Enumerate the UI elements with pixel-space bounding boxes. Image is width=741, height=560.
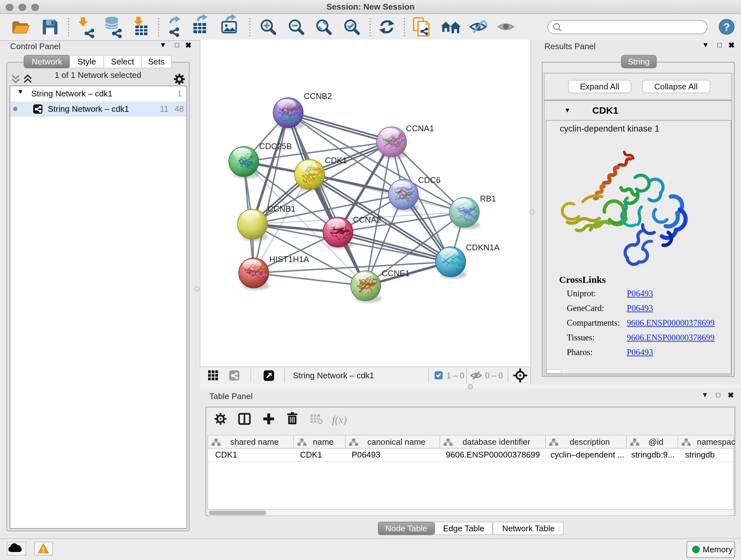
svg-text:CCNB2: CCNB2 xyxy=(304,91,332,101)
svg-text:RB1: RB1 xyxy=(480,194,496,203)
svg-text:CDC25B: CDC25B xyxy=(259,141,292,151)
svg-text:CCNB1: CCNB1 xyxy=(267,204,295,213)
svg-text:CCNA1: CCNA1 xyxy=(406,124,434,133)
svg-text:CDKN1A: CDKN1A xyxy=(466,243,500,252)
svg-text:0 – 0: 0 – 0 xyxy=(485,371,503,380)
svg-text:?: ? xyxy=(724,21,730,33)
svg-text:String Network – cdk1: String Network – cdk1 xyxy=(293,371,374,380)
svg-text:1 – 0: 1 – 0 xyxy=(447,371,464,380)
svg-text:CCNA2: CCNA2 xyxy=(353,215,381,225)
svg-text:CDC6: CDC6 xyxy=(418,175,441,185)
svg-text:HIST1H1A: HIST1H1A xyxy=(269,254,309,264)
svg-text:CCNE1: CCNE1 xyxy=(382,268,410,278)
svg-text:CDK1: CDK1 xyxy=(325,155,347,165)
